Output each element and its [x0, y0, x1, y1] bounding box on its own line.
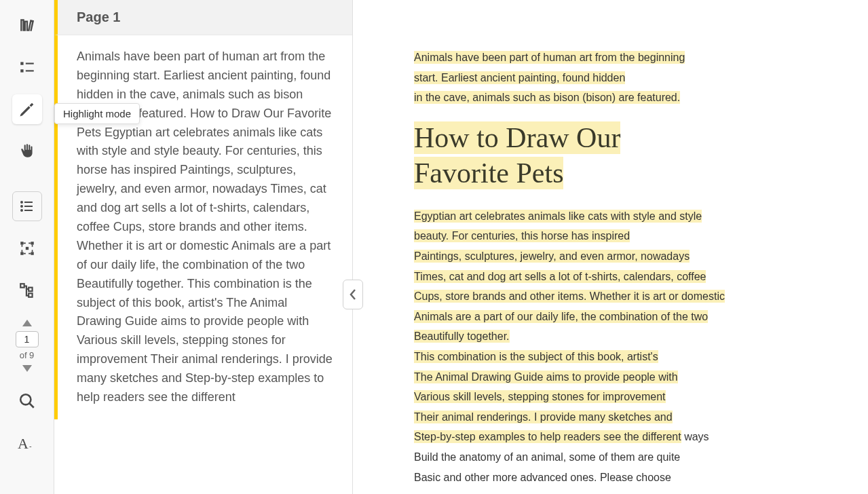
library-icon[interactable] [12, 10, 42, 40]
pan-icon[interactable] [12, 136, 42, 166]
doc-line: Their animal renderings. I provide many … [414, 407, 827, 428]
panel-annotation-text[interactable]: Animals have been part of human art from… [54, 35, 352, 419]
doc-line: The Animal Drawing Guide aims to provide… [414, 367, 827, 387]
svg-point-8 [21, 206, 22, 207]
annotation-panel: Page 1 Animals have been part of human a… [54, 0, 353, 494]
prev-page-icon[interactable] [19, 318, 35, 328]
doc-line: beauty. For centuries, this horse has in… [414, 226, 827, 246]
svg-rect-11 [31, 242, 33, 244]
svg-text:-: - [29, 442, 32, 450]
svg-rect-15 [20, 284, 24, 287]
doc-line: Beautifully together. [414, 326, 827, 347]
nodes-icon[interactable] [12, 233, 42, 263]
doc-title: How to Draw Our Favorite Pets [414, 120, 827, 191]
document-viewer[interactable]: Animals have been part of human art from… [353, 0, 868, 494]
doc-line: Basic and other more advanced ones. Plea… [414, 468, 827, 488]
collapse-panel-button[interactable] [343, 280, 363, 309]
next-page-icon[interactable] [19, 363, 35, 374]
svg-rect-12 [20, 252, 23, 254]
svg-rect-16 [29, 288, 32, 291]
font-size-icon[interactable]: A- [12, 428, 42, 458]
doc-line: in the cave, animals such as bison (biso… [414, 88, 827, 108]
svg-rect-10 [20, 242, 23, 244]
doc-line: This combination is the subject of this … [414, 347, 827, 367]
svg-line-19 [29, 403, 34, 408]
doc-line: Egyptian art celebrates animals like cat… [414, 206, 827, 227]
tree-icon[interactable] [12, 276, 42, 305]
search-icon[interactable] [12, 386, 42, 416]
svg-rect-13 [31, 252, 33, 254]
page-navigator: of 9 [16, 318, 39, 374]
panel-page-header: Page 1 [54, 0, 352, 35]
svg-point-7 [21, 202, 22, 203]
doc-line: Animals are a part of our daily life, th… [414, 307, 827, 327]
page-total-label: of 9 [20, 350, 35, 360]
divider [15, 178, 39, 179]
svg-rect-2 [20, 69, 23, 72]
highlight-icon[interactable] [12, 94, 42, 124]
left-toolbar: of 9 A- Highlight mode [0, 0, 54, 494]
svg-point-18 [20, 394, 31, 404]
doc-line: Paintings, sculptures, jewelry, and even… [414, 246, 827, 267]
page-input[interactable] [16, 331, 39, 347]
doc-line: Build the anatomy of an animal, some of … [414, 447, 827, 468]
svg-rect-17 [29, 293, 32, 297]
doc-line: start. Earliest ancient painting, found … [414, 68, 827, 88]
doc-line: Various skill levels, stepping stones fo… [414, 387, 827, 407]
list-icon[interactable] [12, 191, 42, 221]
doc-line: Animals have been part of human art from… [414, 48, 827, 68]
doc-line: Times, cat and dog art sells a lot of t-… [414, 267, 827, 287]
svg-rect-14 [25, 247, 28, 250]
outline-icon[interactable] [12, 52, 42, 82]
svg-rect-3 [25, 70, 33, 71]
svg-point-9 [21, 210, 22, 211]
highlight-tooltip: Highlight mode [54, 103, 140, 124]
svg-rect-1 [25, 63, 33, 64]
svg-rect-0 [20, 62, 23, 64]
doc-line: Cups, store brands and other items. Whet… [414, 286, 827, 307]
svg-text:A: A [18, 435, 29, 451]
doc-line: Step-by-step examples to help readers se… [414, 427, 827, 447]
